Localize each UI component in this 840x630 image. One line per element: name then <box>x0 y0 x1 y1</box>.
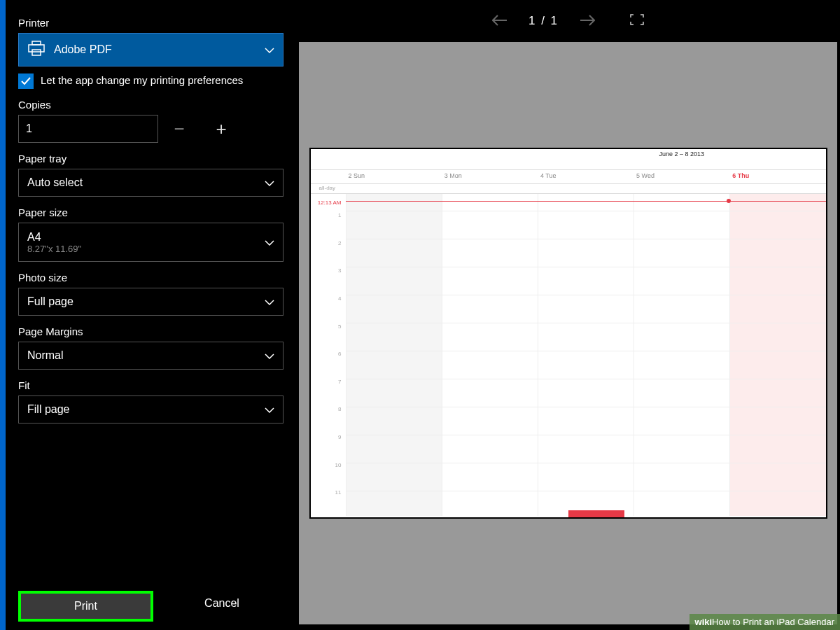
copies-decrement-button[interactable]: − <box>158 115 200 143</box>
watermark-text: to Print an iPad Calendar <box>730 617 834 627</box>
paper-size-dimensions: 8.27"x 11.69" <box>27 244 265 254</box>
printer-icon <box>27 40 46 59</box>
calendar-hour-line <box>346 295 826 295</box>
calendar-hour-label: 9 <box>311 433 346 461</box>
calendar-footer-mark <box>568 510 624 517</box>
paper-tray-dropdown[interactable]: Auto select <box>18 169 284 197</box>
page-indicator: 1 / 1 <box>528 14 559 28</box>
calendar-day-today: 6 Thu <box>729 170 825 183</box>
calendar-day: 5 Wed <box>634 170 729 183</box>
calendar-hour-label: 4 <box>311 294 346 322</box>
page-margins-label: Page Margins <box>18 326 284 337</box>
calendar-hour-line <box>346 491 826 491</box>
calendar-hour-line <box>346 435 826 435</box>
next-page-button[interactable] <box>580 11 595 31</box>
calendar-hour-label: 5 <box>311 322 346 350</box>
printer-selected-name: Adobe PDF <box>54 43 265 56</box>
page-margins-value: Normal <box>27 349 265 362</box>
paper-size-value: A4 <box>27 231 265 244</box>
calendar-column <box>442 194 538 516</box>
fit-value: Fill page <box>27 403 265 416</box>
page-separator: / <box>536 14 550 27</box>
calendar-hour-line <box>346 239 826 239</box>
calendar-column <box>538 194 634 516</box>
previous-page-button[interactable] <box>492 11 507 31</box>
photo-size-dropdown[interactable]: Full page <box>18 288 284 316</box>
calendar-hour-label: 6 <box>311 349 346 377</box>
print-button-highlight: Print <box>18 591 153 622</box>
calendar-hour-label: 10 <box>311 461 346 489</box>
chevron-down-icon <box>265 297 274 307</box>
paper-size-dropdown[interactable]: A4 8.27"x 11.69" <box>18 223 284 262</box>
calendar-hour-label: 8 <box>311 405 346 433</box>
print-settings-panel: Printer Adobe PDF Let the app change my … <box>6 0 296 630</box>
calendar-column-today <box>729 194 825 516</box>
cancel-button[interactable]: Cancel <box>160 591 284 616</box>
preview-toolbar: 1 / 1 <box>296 0 840 42</box>
chevron-down-icon <box>265 45 274 55</box>
calendar-now-dot <box>727 199 731 203</box>
window-accent-strip <box>0 0 6 630</box>
calendar-now-time: 12:13 AM <box>311 198 346 226</box>
calendar-hour-line <box>346 463 826 463</box>
calendar-day: 4 Tue <box>538 170 634 183</box>
calendar-allday-label: all-day <box>311 184 826 194</box>
page-current: 1 <box>528 14 536 27</box>
calendar-hour-label: 3 <box>311 266 346 294</box>
calendar-hour-line <box>346 407 826 407</box>
chevron-down-icon <box>265 178 274 188</box>
calendar-title: June 2 – 8 2013 <box>659 150 705 158</box>
copies-increment-button[interactable]: + <box>200 115 242 143</box>
chevron-down-icon <box>265 237 274 248</box>
copies-label: Copies <box>18 99 284 111</box>
calendar-hour-label: 11 <box>311 488 346 516</box>
calendar-hour-line <box>346 351 826 351</box>
calendar-hour-line <box>346 211 826 211</box>
calendar-now-line <box>346 201 826 202</box>
calendar-hour-line <box>346 323 826 323</box>
preview-page: June 2 – 8 2013 2 Sun 3 Mon 4 Tue 5 Wed … <box>309 148 827 519</box>
calendar-day: 3 Mon <box>442 170 538 183</box>
photo-size-value: Full page <box>27 295 265 308</box>
calendar-column <box>634 194 729 516</box>
chevron-down-icon <box>265 351 274 361</box>
chevron-down-icon <box>265 405 274 415</box>
calendar-body: 12:13 AM 1234567891011 <box>311 194 826 516</box>
calendar-day-headers: 2 Sun 3 Mon 4 Tue 5 Wed 6 Thu <box>311 170 826 184</box>
calendar-day: 2 Sun <box>346 170 442 183</box>
app-preferences-label: Let the app change my printing preferenc… <box>41 74 243 88</box>
paper-size-label: Paper size <box>18 206 284 218</box>
printer-dropdown[interactable]: Adobe PDF <box>18 33 284 66</box>
printer-label: Printer <box>18 17 284 29</box>
paper-tray-label: Paper tray <box>18 153 284 164</box>
watermark: wikiHow to Print an iPad Calendar <box>690 614 840 630</box>
preview-canvas: June 2 – 8 2013 2 Sun 3 Mon 4 Tue 5 Wed … <box>299 42 837 624</box>
calendar-hour-line <box>346 267 826 267</box>
svg-rect-2 <box>32 50 41 55</box>
copies-input[interactable] <box>18 115 158 143</box>
calendar-hour-label: 2 <box>311 239 346 267</box>
print-button[interactable]: Print <box>21 594 150 619</box>
page-margins-dropdown[interactable]: Normal <box>18 342 284 370</box>
calendar-hour-label: 7 <box>311 377 346 405</box>
photo-size-label: Photo size <box>18 272 284 284</box>
svg-rect-1 <box>29 45 44 52</box>
watermark-brand-rest: How <box>712 617 730 627</box>
fit-dropdown[interactable]: Fill page <box>18 396 284 424</box>
calendar-column <box>346 194 442 516</box>
watermark-brand-bold: wiki <box>695 617 713 627</box>
app-preferences-checkbox[interactable] <box>18 74 34 89</box>
paper-tray-value: Auto select <box>27 176 265 189</box>
page-total: 1 <box>551 14 559 27</box>
print-preview-area: 1 / 1 June 2 – 8 2013 2 Sun 3 Mon 4 Tue <box>296 0 840 630</box>
fullscreen-icon[interactable] <box>630 14 644 28</box>
fit-label: Fit <box>18 379 284 391</box>
calendar-grid <box>346 194 826 516</box>
calendar-hour-line <box>346 379 826 379</box>
